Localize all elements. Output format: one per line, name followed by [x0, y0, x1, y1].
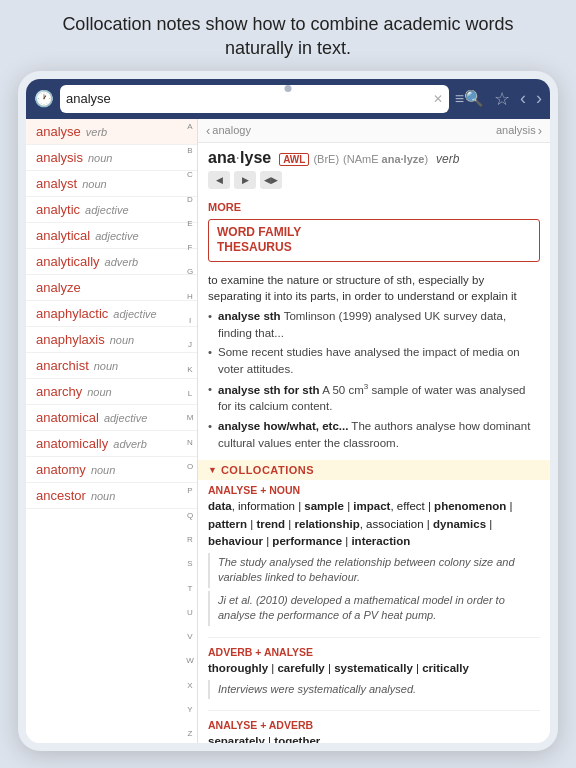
pron-bre: (BrE): [313, 153, 339, 165]
alpha-h[interactable]: H: [183, 293, 197, 301]
audio-buttons: ◀ ▶ ◀▶: [208, 171, 540, 189]
sidebar-item-analytic[interactable]: analytic adjective: [26, 197, 197, 223]
alpha-z[interactable]: Z: [183, 730, 197, 738]
sidebar-pos: adjective: [85, 204, 128, 216]
awl-badge: AWL: [279, 153, 309, 166]
definition-area: to examine the nature or structure of st…: [198, 266, 550, 461]
sidebar-item-analysis[interactable]: analysis noun: [26, 145, 197, 171]
alpha-w[interactable]: W: [183, 657, 197, 665]
sidebar-item-anatomy[interactable]: anatomy noun: [26, 457, 197, 483]
search-menu-icon[interactable]: ≡🔍: [455, 89, 484, 108]
alpha-v[interactable]: V: [183, 633, 197, 641]
alpha-i[interactable]: I: [183, 317, 197, 325]
sidebar-item-anatomical[interactable]: anatomical adjective: [26, 405, 197, 431]
sidebar-item-analyse[interactable]: analyse verb: [26, 119, 197, 145]
alpha-y[interactable]: Y: [183, 706, 197, 714]
sidebar-word: analyse: [36, 124, 81, 139]
content-area: ‹ analogy analysis › ana·lyse AWL (BrE) …: [198, 119, 550, 743]
alpha-g[interactable]: G: [183, 268, 197, 276]
entry-header: ana·lyse AWL (BrE) (NAmE ana·lyze) verb …: [198, 143, 550, 197]
colloc-triangle-icon: ▼: [208, 465, 217, 475]
colloc-section-analyse-adverb: ANALYSE + ADVERB separately | together W…: [198, 715, 550, 742]
alpha-k[interactable]: K: [183, 366, 197, 374]
sidebar-pos: adjective: [95, 230, 138, 242]
sidebar-item-analytically[interactable]: analytically adverb: [26, 249, 197, 275]
sidebar-pos: noun: [110, 334, 134, 346]
word-family-box[interactable]: WORD FAMILYTHESAURUS: [208, 219, 540, 262]
alpha-q[interactable]: Q: [183, 512, 197, 520]
sidebar-word: analytically: [36, 254, 100, 269]
sidebar-item-analytical[interactable]: analytical adjective: [26, 223, 197, 249]
alpha-a[interactable]: A: [183, 123, 197, 131]
sidebar-item-anaphylaxis[interactable]: anaphylaxis noun: [26, 327, 197, 353]
example-4: analyse how/what, etc... The authors ana…: [208, 418, 540, 451]
alpha-u[interactable]: U: [183, 609, 197, 617]
star-icon[interactable]: ☆: [494, 88, 510, 110]
sidebar: analyse verb analysis noun analyst noun …: [26, 119, 198, 743]
colloc-section-noun: ANALYSE + NOUN data, information | sampl…: [198, 480, 550, 632]
sidebar-word: analyst: [36, 176, 77, 191]
sidebar-item-anarchist[interactable]: anarchist noun: [26, 353, 197, 379]
alpha-d[interactable]: D: [183, 196, 197, 204]
sidebar-word: anaphylactic: [36, 306, 108, 321]
alpha-f[interactable]: F: [183, 244, 197, 252]
sidebar-pos: noun: [87, 386, 111, 398]
alpha-s[interactable]: S: [183, 560, 197, 568]
audio-btn-bre[interactable]: ◀: [208, 171, 230, 189]
sidebar-item-analyze[interactable]: analyze: [26, 275, 197, 301]
sidebar-word: analysis: [36, 150, 83, 165]
colloc-example-adverb: Interviews were systematically analysed.: [208, 680, 540, 699]
alpha-m[interactable]: M: [183, 414, 197, 422]
audio-btn-name[interactable]: ▶: [234, 171, 256, 189]
alpha-l[interactable]: L: [183, 390, 197, 398]
pron-name: (NAmE ana·lyze): [343, 153, 428, 165]
entry-nav: ‹ analogy analysis ›: [198, 119, 550, 143]
nav-prev[interactable]: ‹ analogy: [206, 123, 251, 138]
sidebar-pos: noun: [88, 152, 112, 164]
sidebar-item-ancestor[interactable]: ancestor noun: [26, 483, 197, 509]
alpha-j[interactable]: J: [183, 341, 197, 349]
colloc-subheading-noun: ANALYSE + NOUN: [208, 484, 540, 496]
pos-label: verb: [436, 152, 459, 166]
sidebar-pos: verb: [86, 126, 107, 138]
sidebar-pos: noun: [94, 360, 118, 372]
main-area: analyse verb analysis noun analyst noun …: [26, 119, 550, 743]
page-tagline: Collocation notes show how to combine ac…: [0, 0, 576, 71]
word-family-title: WORD FAMILYTHESAURUS: [217, 225, 531, 256]
alpha-o[interactable]: O: [183, 463, 197, 471]
sidebar-item-anarchy[interactable]: anarchy noun: [26, 379, 197, 405]
colloc-separator-2: [208, 710, 540, 711]
sidebar-word: analytical: [36, 228, 90, 243]
colloc-words-analyse-adverb: separately | together: [208, 733, 540, 742]
sidebar-item-analyst[interactable]: analyst noun: [26, 171, 197, 197]
more-label: MORE: [198, 197, 550, 215]
example-2: Some recent studies have analysed the im…: [208, 344, 540, 377]
nav-next-label: analysis: [496, 124, 536, 136]
sidebar-pos: adjective: [104, 412, 147, 424]
alpha-c[interactable]: C: [183, 171, 197, 179]
sidebar-item-anatomically[interactable]: anatomically adverb: [26, 431, 197, 457]
sidebar-pos: adverb: [105, 256, 139, 268]
nav-left-icon[interactable]: ‹: [520, 88, 526, 109]
alpha-b[interactable]: B: [183, 147, 197, 155]
search-input-wrap[interactable]: analyse ✕: [60, 85, 449, 113]
search-input[interactable]: analyse: [66, 91, 433, 106]
sidebar-word: anaphylaxis: [36, 332, 105, 347]
sidebar-word: analytic: [36, 202, 80, 217]
sidebar-word: anatomy: [36, 462, 86, 477]
alpha-e[interactable]: E: [183, 220, 197, 228]
sidebar-word: anarchist: [36, 358, 89, 373]
sidebar-pos: noun: [91, 490, 115, 502]
alpha-t[interactable]: T: [183, 585, 197, 593]
nav-right-icon[interactable]: ›: [536, 88, 542, 109]
sidebar-item-anaphylactic[interactable]: anaphylactic adjective: [26, 301, 197, 327]
clock-icon[interactable]: 🕐: [34, 89, 54, 108]
sidebar-pos: noun: [82, 178, 106, 190]
alpha-n[interactable]: N: [183, 439, 197, 447]
nav-next[interactable]: analysis ›: [496, 123, 542, 138]
alpha-x[interactable]: X: [183, 682, 197, 690]
audio-btn-extra[interactable]: ◀▶: [260, 171, 282, 189]
alpha-r[interactable]: R: [183, 536, 197, 544]
alpha-p[interactable]: P: [183, 487, 197, 495]
clear-icon[interactable]: ✕: [433, 92, 443, 106]
